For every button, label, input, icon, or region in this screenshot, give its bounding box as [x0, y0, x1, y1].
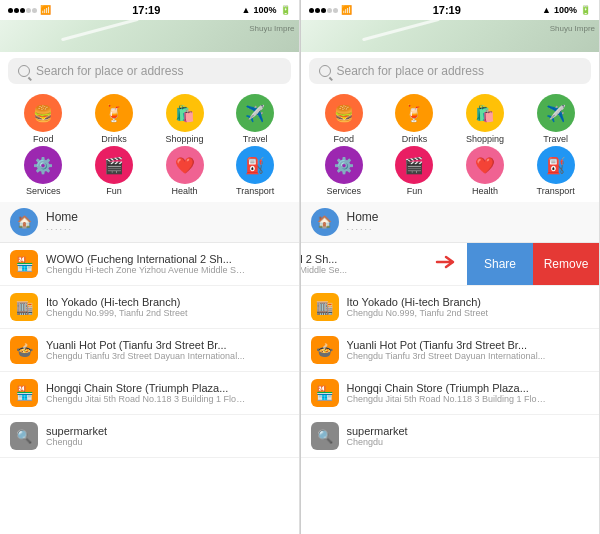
cat-travel-left[interactable]: ✈️ Travel [227, 94, 283, 144]
list-item-2-right[interactable]: 🏪 Hongqi Chain Store (Triumph Plaza... C… [301, 372, 600, 415]
cat-icon-fun-left: 🎬 [95, 146, 133, 184]
place-addr-0-left: Chengdu Hi-tech Zone Yizhou Avenue Middl… [46, 265, 246, 275]
status-bar-left-info: 📶 [8, 5, 51, 15]
home-icon-left: 🏠 [10, 208, 38, 236]
battery-icon-right: 🔋 [580, 5, 591, 15]
cat-icon-food-right: 🍔 [325, 94, 363, 132]
place-addr-1-right: Chengdu Tianfu 3rd Street Dayuan Interna… [347, 351, 546, 361]
cat-label-travel-left: Travel [243, 134, 268, 144]
cat-fun-right[interactable]: 🎬 Fun [386, 146, 442, 196]
cat-services-right[interactable]: ⚙️ Services [316, 146, 372, 196]
remove-button[interactable]: Remove [533, 243, 599, 285]
search-bar-right[interactable]: Search for place or address [309, 58, 592, 84]
cat-health-right[interactable]: ❤️ Health [457, 146, 513, 196]
wifi-icon: 📶 [40, 5, 51, 15]
right-panel: 📶 17:19 ▲ 100% 🔋 Shuyu Impre Search for … [301, 0, 601, 534]
cat-icon-food-left: 🍔 [24, 94, 62, 132]
place-addr-0-right: Chengdu No.999, Tianfu 2nd Street [347, 308, 489, 318]
place-text-1-left: Ito Yokado (Hi-tech Branch) Chengdu No.9… [46, 296, 188, 318]
status-bar-right: 📶 17:19 ▲ 100% 🔋 [301, 0, 600, 20]
home-text-right: Home ······ [347, 210, 379, 234]
cat-transport-left[interactable]: ⛽ Transport [227, 146, 283, 196]
cat-icon-services-right: ⚙️ [325, 146, 363, 184]
cat-shopping-right[interactable]: 🛍️ Shopping [457, 94, 513, 144]
arrow-indicator [433, 254, 457, 274]
signal-dots-right [309, 8, 338, 13]
search-bar-left[interactable]: Search for place or address [8, 58, 291, 84]
cat-label-food-right: Food [334, 134, 355, 144]
signal-dot-4 [26, 8, 31, 13]
signal-dot-r2 [315, 8, 320, 13]
search-placeholder-left: Search for place or address [36, 64, 183, 78]
map-area-right: Shuyu Impre [301, 20, 600, 52]
share-button[interactable]: Share [467, 243, 533, 285]
place-name-2-left: Yuanli Hot Pot (Tianfu 3rd Street Br... [46, 339, 245, 351]
list-item-3-right[interactable]: 🔍 supermarket Chengdu [301, 415, 600, 458]
place-icon-4-left: 🔍 [10, 422, 38, 450]
list-item-3-left[interactable]: 🏪 Hongqi Chain Store (Triumph Plaza... C… [0, 372, 299, 415]
battery-icon-left: 🔋 [280, 5, 291, 15]
cat-label-fun-left: Fun [106, 186, 122, 196]
cat-services-left[interactable]: ⚙️ Services [15, 146, 71, 196]
place-addr-2-right: Chengdu Jitai 5th Road No.118 3 Building… [347, 394, 547, 404]
home-subtitle-left: ······ [46, 224, 78, 234]
place-text-3-right: supermarket Chengdu [347, 425, 408, 447]
time-right: 17:19 [433, 4, 461, 16]
list-item-1-right[interactable]: 🍲 Yuanli Hot Pot (Tianfu 3rd Street Br..… [301, 329, 600, 372]
signal-dot-r1 [309, 8, 314, 13]
cat-icon-shopping-right: 🛍️ [466, 94, 504, 132]
place-icon-0-right: 🏬 [311, 293, 339, 321]
list-right: 🏪 heng International 2 Sh... Zone Yizhou… [301, 243, 600, 534]
swiped-place-text: heng International 2 Sh... Zone Yizhou A… [301, 253, 347, 275]
signal-dot-1 [8, 8, 13, 13]
place-text-4-left: supermarket Chengdu [46, 425, 107, 447]
signal-dot-2 [14, 8, 19, 13]
cat-travel-right[interactable]: ✈️ Travel [528, 94, 584, 144]
cat-label-drinks-right: Drinks [402, 134, 428, 144]
categories-right: 🍔 Food 🍹 Drinks 🛍️ Shopping ✈️ Travel ⚙️… [301, 90, 600, 202]
left-panel: 📶 17:19 ▲ 100% 🔋 Shuyu Impre Search for … [0, 0, 300, 534]
cat-transport-right[interactable]: ⛽ Transport [528, 146, 584, 196]
signal-dot-3 [20, 8, 25, 13]
home-item-left[interactable]: 🏠 Home ······ [0, 202, 299, 243]
cat-icon-health-right: ❤️ [466, 146, 504, 184]
cat-icon-travel-right: ✈️ [537, 94, 575, 132]
cat-label-health-left: Health [172, 186, 198, 196]
list-item-0-left[interactable]: 🏪 WOWO (Fucheng International 2 Sh... Ch… [0, 243, 299, 286]
search-placeholder-right: Search for place or address [337, 64, 484, 78]
home-title-right: Home [347, 210, 379, 224]
location-icon: ▲ [242, 5, 251, 15]
home-item-right[interactable]: 🏠 Home ······ [301, 202, 600, 243]
place-name-3-right: supermarket [347, 425, 408, 437]
place-text-1-right: Yuanli Hot Pot (Tianfu 3rd Street Br... … [347, 339, 546, 361]
place-icon-3-left: 🏪 [10, 379, 38, 407]
cat-fun-left[interactable]: 🎬 Fun [86, 146, 142, 196]
signal-dots [8, 8, 37, 13]
cat-food-left[interactable]: 🍔 Food [15, 94, 71, 144]
status-bar-right-left: 📶 [309, 5, 352, 15]
cat-drinks-left[interactable]: 🍹 Drinks [86, 94, 142, 144]
cat-row-2-left: ⚙️ Services 🎬 Fun ❤️ Health ⛽ Transport [8, 146, 291, 196]
battery-right: 100% [554, 5, 577, 15]
cat-food-right[interactable]: 🍔 Food [316, 94, 372, 144]
list-item-4-left[interactable]: 🔍 supermarket Chengdu [0, 415, 299, 458]
map-watermark-right: Shuyu Impre [550, 24, 595, 33]
home-title-left: Home [46, 210, 78, 224]
place-name-3-left: Hongqi Chain Store (Triumph Plaza... [46, 382, 246, 394]
swipe-actions: Share Remove [467, 243, 599, 285]
cat-label-transport-left: Transport [236, 186, 274, 196]
cat-shopping-left[interactable]: 🛍️ Shopping [157, 94, 213, 144]
list-item-1-left[interactable]: 🏬 Ito Yokado (Hi-tech Branch) Chengdu No… [0, 286, 299, 329]
list-item-2-left[interactable]: 🍲 Yuanli Hot Pot (Tianfu 3rd Street Br..… [0, 329, 299, 372]
categories-left: 🍔 Food 🍹 Drinks 🛍️ Shopping ✈️ Travel ⚙️… [0, 90, 299, 202]
status-bar-left: 📶 17:19 ▲ 100% 🔋 [0, 0, 299, 20]
cat-drinks-right[interactable]: 🍹 Drinks [386, 94, 442, 144]
signal-dot-5 [32, 8, 37, 13]
cat-health-left[interactable]: ❤️ Health [157, 146, 213, 196]
list-left: 🏪 WOWO (Fucheng International 2 Sh... Ch… [0, 243, 299, 534]
cat-label-food-left: Food [33, 134, 54, 144]
swiped-list-item[interactable]: 🏪 heng International 2 Sh... Zone Yizhou… [301, 243, 600, 286]
place-name-1-left: Ito Yokado (Hi-tech Branch) [46, 296, 188, 308]
cat-icon-transport-right: ⛽ [537, 146, 575, 184]
list-item-0-right[interactable]: 🏬 Ito Yokado (Hi-tech Branch) Chengdu No… [301, 286, 600, 329]
